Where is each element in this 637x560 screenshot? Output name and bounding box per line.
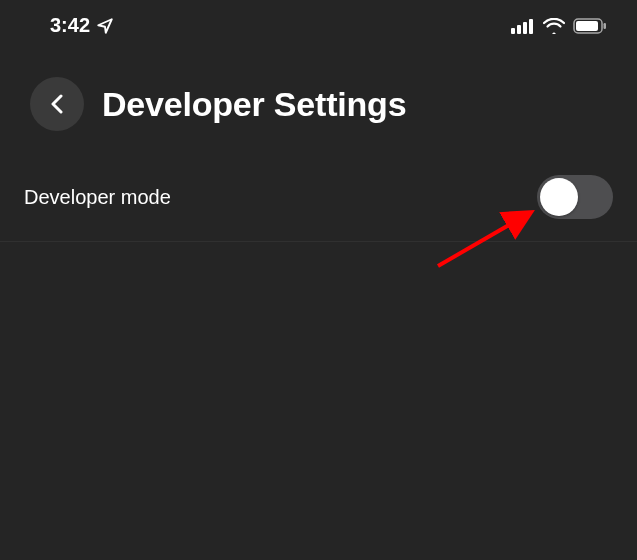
svg-rect-2 — [523, 22, 527, 34]
developer-mode-label: Developer mode — [24, 186, 171, 209]
svg-rect-3 — [529, 19, 533, 34]
svg-rect-6 — [604, 23, 607, 29]
svg-rect-5 — [576, 21, 598, 31]
status-bar: 3:42 — [0, 0, 637, 45]
developer-mode-toggle[interactable] — [537, 175, 613, 219]
status-time: 3:42 — [50, 14, 90, 37]
svg-rect-0 — [511, 28, 515, 34]
developer-mode-row: Developer mode — [0, 159, 637, 242]
status-bar-right — [511, 18, 607, 34]
svg-rect-1 — [517, 25, 521, 34]
chevron-left-icon — [50, 94, 64, 114]
cellular-signal-icon — [511, 18, 535, 34]
battery-icon — [573, 18, 607, 34]
header: Developer Settings — [0, 45, 637, 159]
page-title: Developer Settings — [102, 85, 406, 124]
wifi-icon — [543, 18, 565, 34]
location-arrow-icon — [96, 17, 114, 35]
status-bar-left: 3:42 — [50, 14, 114, 37]
back-button[interactable] — [30, 77, 84, 131]
toggle-knob — [540, 178, 578, 216]
